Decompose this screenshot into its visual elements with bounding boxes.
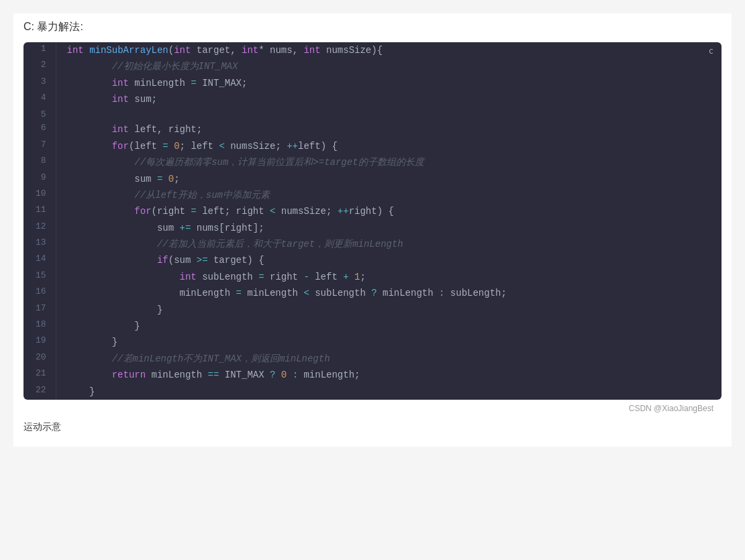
line-code: }: [56, 384, 722, 400]
table-row: 22 }: [23, 384, 722, 400]
line-code: //每次遍历都清零sum，计算当前位置后和>=target的子数组的长度: [56, 154, 722, 170]
line-number: 5: [23, 108, 56, 122]
table-row: 21 return minLength == INT_MAX ? 0 : min…: [23, 367, 722, 383]
line-code: [56, 108, 722, 122]
table-row: 4 int sum;: [23, 91, 722, 107]
line-code: int subLength = right - left + 1;: [56, 269, 722, 285]
table-row: 20 //若minLength不为INT_MAX，则返回minLnegth: [23, 351, 722, 367]
line-code: return minLength == INT_MAX ? 0 : minLen…: [56, 367, 722, 383]
line-number: 22: [23, 384, 56, 400]
line-number: 2: [23, 58, 56, 74]
line-number: 15: [23, 269, 56, 285]
line-code: int minLength = INT_MAX;: [56, 75, 722, 91]
line-number: 19: [23, 334, 56, 350]
code-block: c 1int minSubArrayLen(int target, int* n…: [23, 42, 722, 400]
table-row: 2 //初始化最小长度为INT_MAX: [23, 58, 722, 74]
line-number: 13: [23, 236, 56, 252]
line-code: sum += nums[right];: [56, 220, 722, 236]
table-row: 14 if(sum >= target) {: [23, 252, 722, 268]
table-row: 17 }: [23, 302, 722, 318]
line-code: }: [56, 334, 722, 350]
table-row: 19 }: [23, 334, 722, 350]
line-number: 4: [23, 91, 56, 107]
table-row: 15 int subLength = right - left + 1;: [23, 269, 722, 285]
line-code: for(right = left; right < numsSize; ++ri…: [56, 203, 722, 219]
table-row: 11 for(right = left; right < numsSize; +…: [23, 203, 722, 219]
line-number: 14: [23, 252, 56, 268]
line-number: 16: [23, 285, 56, 301]
line-code: //若minLength不为INT_MAX，则返回minLnegth: [56, 351, 722, 367]
line-number: 7: [23, 138, 56, 154]
line-number: 21: [23, 367, 56, 383]
line-number: 8: [23, 154, 56, 170]
line-code: sum = 0;: [56, 171, 722, 187]
line-number: 10: [23, 187, 56, 203]
line-number: 18: [23, 318, 56, 334]
line-code: //初始化最小长度为INT_MAX: [56, 58, 722, 74]
lang-badge: c: [709, 46, 713, 56]
code-table: 1int minSubArrayLen(int target, int* num…: [23, 42, 722, 400]
line-number: 1: [23, 42, 56, 58]
below-text: 运动示意: [23, 421, 722, 433]
line-code: int left, right;: [56, 121, 722, 137]
table-row: 9 sum = 0;: [23, 171, 722, 187]
line-number: 11: [23, 203, 56, 219]
line-number: 9: [23, 171, 56, 187]
line-number: 3: [23, 75, 56, 91]
section-title: C: 暴力解法:: [23, 20, 722, 34]
line-code: if(sum >= target) {: [56, 252, 722, 268]
line-code: }: [56, 318, 722, 334]
table-row: 16 minLength = minLength < subLength ? m…: [23, 285, 722, 301]
table-row: 1int minSubArrayLen(int target, int* num…: [23, 42, 722, 58]
line-code: //若加入当前元素后，和大于target，则更新minLength: [56, 236, 722, 252]
table-row: 6 int left, right;: [23, 121, 722, 137]
line-code: for(left = 0; left < numsSize; ++left) {: [56, 138, 722, 154]
line-code: //从left开始，sum中添加元素: [56, 187, 722, 203]
line-number: 6: [23, 121, 56, 137]
line-code: }: [56, 302, 722, 318]
line-code: int sum;: [56, 91, 722, 107]
footer-bar: CSDN @XiaoJiangBest: [23, 400, 722, 414]
footer-label: CSDN @XiaoJiangBest: [629, 404, 713, 413]
table-row: 3 int minLength = INT_MAX;: [23, 75, 722, 91]
table-row: 12 sum += nums[right];: [23, 220, 722, 236]
table-row: 5: [23, 108, 722, 122]
line-number: 17: [23, 302, 56, 318]
page-container: C: 暴力解法: c 1int minSubArrayLen(int targe…: [13, 13, 732, 447]
line-number: 12: [23, 220, 56, 236]
table-row: 7 for(left = 0; left < numsSize; ++left)…: [23, 138, 722, 154]
table-row: 13 //若加入当前元素后，和大于target，则更新minLength: [23, 236, 722, 252]
line-code: minLength = minLength < subLength ? minL…: [56, 285, 722, 301]
table-row: 8 //每次遍历都清零sum，计算当前位置后和>=target的子数组的长度: [23, 154, 722, 170]
table-row: 10 //从left开始，sum中添加元素: [23, 187, 722, 203]
line-number: 20: [23, 351, 56, 367]
line-code: int minSubArrayLen(int target, int* nums…: [56, 42, 722, 58]
table-row: 18 }: [23, 318, 722, 334]
